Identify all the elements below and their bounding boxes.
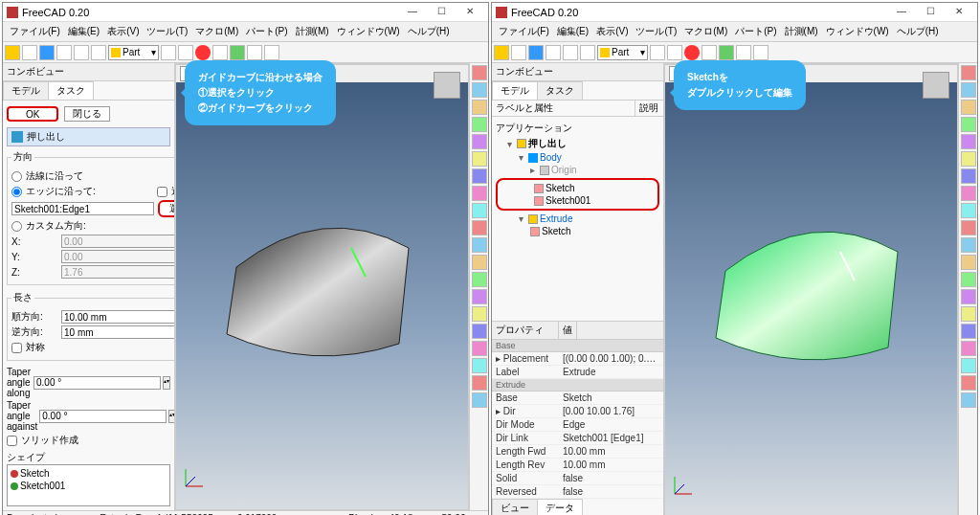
open-icon[interactable] <box>22 45 37 60</box>
toolbar-icon[interactable] <box>961 151 976 167</box>
toolbar-icon[interactable] <box>472 203 487 218</box>
toolbar-icon[interactable] <box>961 289 976 304</box>
menu-item[interactable]: ファイル(F) <box>496 23 552 40</box>
tool-icon[interactable] <box>230 45 245 60</box>
toolbar-icon[interactable] <box>472 220 487 235</box>
close-button[interactable]: ✕ <box>456 4 484 21</box>
check-symmetric[interactable] <box>11 343 22 353</box>
toolbar-icon[interactable] <box>961 168 976 184</box>
menu-item[interactable]: 表示(V) <box>593 23 631 40</box>
radio-edge[interactable] <box>11 187 22 197</box>
menu-item[interactable]: マクロ(M) <box>681 23 730 40</box>
3d-viewport[interactable]: ▣押し出し : 1* <box>664 63 958 515</box>
model-tree[interactable]: アプリケーション ▾押し出し ▾Body ▸Origin Sketch Sket… <box>492 117 663 241</box>
toolbar-icon[interactable] <box>472 117 487 132</box>
menu-item[interactable]: 表示(V) <box>104 23 142 40</box>
tool-icon[interactable] <box>247 45 262 60</box>
menu-item[interactable]: マクロ(M) <box>192 23 241 40</box>
toolbar-icon[interactable] <box>961 186 976 201</box>
toolbar-icon[interactable] <box>472 306 487 322</box>
close-button[interactable]: ✕ <box>945 4 973 21</box>
workbench-selector[interactable]: Part▾ <box>597 45 648 60</box>
toolbar-icon[interactable] <box>472 255 487 270</box>
menu-item[interactable]: 編集(E) <box>554 23 591 40</box>
maximize-button[interactable]: ☐ <box>427 4 456 21</box>
length-rev-input[interactable] <box>61 325 174 339</box>
taper-along-input[interactable] <box>33 376 161 390</box>
toolbar-icon[interactable] <box>961 117 976 132</box>
toolbar-icon[interactable] <box>961 272 976 287</box>
toolbar-icon[interactable] <box>472 358 487 373</box>
toolbar-icon[interactable] <box>472 272 487 287</box>
menu-item[interactable]: パート(P) <box>243 23 290 40</box>
tool-icon[interactable] <box>719 45 734 60</box>
toolbar-icon[interactable] <box>472 324 487 339</box>
ok-button[interactable]: OK <box>7 106 58 122</box>
menu-item[interactable]: ツール(T) <box>144 23 190 40</box>
toolbar-icon[interactable] <box>961 220 976 235</box>
toolbar-icon[interactable] <box>961 65 976 80</box>
toolbar-icon[interactable] <box>961 237 976 253</box>
save-icon[interactable] <box>39 45 55 60</box>
tool-icon[interactable] <box>161 45 176 60</box>
menu-item[interactable]: 計測(M) <box>782 23 821 40</box>
save-icon[interactable] <box>528 45 544 60</box>
task-panel-header[interactable]: 押し出し <box>7 127 170 146</box>
tool-icon[interactable] <box>702 45 717 60</box>
record-icon[interactable] <box>684 45 700 60</box>
shape-list[interactable]: Sketch Sketch001 <box>7 464 170 506</box>
record-icon[interactable] <box>195 45 211 60</box>
tab-task[interactable]: タスク <box>537 81 583 100</box>
toolbar-icon[interactable] <box>961 134 976 149</box>
toolbar-icon[interactable] <box>961 375 976 391</box>
menu-item[interactable]: ファイル(F) <box>7 23 63 40</box>
toolbar-icon[interactable] <box>472 82 487 98</box>
redo-icon[interactable] <box>563 45 578 60</box>
toolbar-icon[interactable] <box>472 134 487 149</box>
new-doc-icon[interactable] <box>5 45 20 60</box>
refresh-icon[interactable] <box>91 45 106 60</box>
toolbar-icon[interactable] <box>472 392 487 408</box>
tab-model[interactable]: モデル <box>492 81 538 100</box>
refresh-icon[interactable] <box>580 45 595 60</box>
length-fwd-input[interactable] <box>61 310 174 324</box>
menu-item[interactable]: ウィンドウ(W) <box>334 23 403 40</box>
toolbar-icon[interactable] <box>961 100 976 115</box>
toolbar-icon[interactable] <box>961 306 976 322</box>
toolbar-icon[interactable] <box>472 237 487 253</box>
check-reverse[interactable] <box>157 187 167 197</box>
tool-icon[interactable] <box>264 45 279 60</box>
toolbar-icon[interactable] <box>961 392 976 408</box>
toolbar-icon[interactable] <box>961 324 976 339</box>
minimize-button[interactable]: — <box>398 4 427 21</box>
toolbar-icon[interactable] <box>472 151 487 167</box>
select-button[interactable]: 選択 <box>158 200 174 217</box>
tool-icon[interactable] <box>650 45 665 60</box>
menu-item[interactable]: ヘルプ(H) <box>405 23 453 40</box>
minimize-button[interactable]: — <box>887 4 916 21</box>
menu-item[interactable]: ウィンドウ(W) <box>823 23 892 40</box>
undo-icon[interactable] <box>56 45 72 60</box>
toolbar-icon[interactable] <box>961 341 976 356</box>
toolbar-icon[interactable] <box>472 65 487 80</box>
tool-icon[interactable] <box>753 45 768 60</box>
3d-viewport[interactable]: ▣押し出し : 1* <box>175 63 469 510</box>
tab-task[interactable]: タスク <box>48 81 94 100</box>
radio-custom[interactable] <box>11 221 22 232</box>
nav-cube[interactable] <box>923 72 949 99</box>
toolbar-icon[interactable] <box>472 341 487 356</box>
menu-item[interactable]: 計測(M) <box>293 23 332 40</box>
toolbar-icon[interactable] <box>961 203 976 218</box>
tab-data[interactable]: データ <box>537 499 583 515</box>
menu-item[interactable]: 編集(E) <box>65 23 102 40</box>
redo-icon[interactable] <box>74 45 89 60</box>
menu-item[interactable]: パート(P) <box>732 23 779 40</box>
menu-item[interactable]: ヘルプ(H) <box>894 23 942 40</box>
tab-model[interactable]: モデル <box>3 81 49 100</box>
toolbar-icon[interactable] <box>472 100 487 115</box>
check-solid[interactable] <box>7 436 17 446</box>
nav-cube[interactable] <box>434 72 460 99</box>
workbench-selector[interactable]: Part▾ <box>108 45 159 60</box>
edge-input[interactable] <box>11 202 154 215</box>
property-grid[interactable]: プロパティ値 Base ▸ Placement[(0.00 0.00 1.00)… <box>492 321 663 499</box>
